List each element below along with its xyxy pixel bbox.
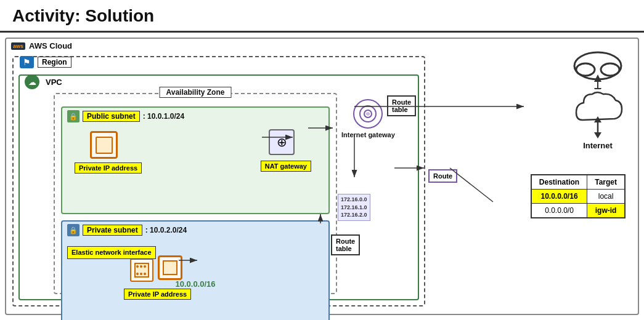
igw-inner	[359, 105, 377, 122]
eni-icon	[130, 258, 153, 282]
main-area: aws AWS Cloud ⚑ Region ☁ VPC Ava	[0, 33, 644, 320]
vpc-icon: ☁	[25, 74, 39, 89]
az-label: Availability Zone	[160, 87, 232, 98]
route-target-2: igw-id	[587, 204, 625, 218]
igw-icon	[353, 99, 383, 129]
eni-wrapper	[130, 258, 153, 282]
private-ip-label-2-box: Private IP address	[124, 288, 191, 299]
title-bar: Activity: Solution	[0, 0, 644, 33]
private-subnet-cidr: : 10.0.2.0/24	[145, 226, 187, 234]
route-table-top-label: Route table	[387, 95, 416, 116]
region-text: Region	[38, 57, 71, 68]
private-ip-label-2: Private IP address	[124, 289, 191, 300]
route-label: Route	[428, 169, 457, 183]
route-ips-display: 172.16.0.0 172.16.1.0 172.16.2.0	[338, 194, 370, 221]
route-data-table: Destination Target 10.0.0.0/16 local 0.0…	[531, 174, 626, 218]
page-title: Activity: Solution	[12, 6, 632, 26]
vpc-box: ☁ VPC Availability Zone 🔒 Public subnet …	[18, 74, 419, 300]
eni-label: Elastic network interface	[67, 246, 156, 259]
route-table-header-dest: Destination	[531, 175, 587, 190]
route-table-bottom-label: Route table	[331, 234, 360, 255]
region-label: ⚑ Region	[20, 56, 71, 68]
ec2-chip-inner	[96, 137, 113, 154]
route-dest-1: 10.0.0.0/16	[531, 190, 587, 204]
vpc-label: ☁ VPC	[25, 74, 65, 89]
internet-section: Internet	[570, 46, 626, 150]
route-table-header-target: Target	[587, 175, 625, 190]
igw-symbol	[363, 109, 373, 119]
page-container: Activity: Solution aws AWS Cloud ⚑ Regio…	[0, 0, 644, 320]
private-subnet: 🔒 Private subnet : 10.0.2.0/24	[61, 220, 330, 320]
aws-cloud-label: AWS Cloud	[29, 41, 72, 50]
az-box: Availability Zone 🔒 Public subnet : 10.0…	[54, 93, 337, 294]
ec2-private-wrapper	[158, 255, 182, 280]
aws-cloud-box: aws AWS Cloud ⚑ Region ☁ VPC Ava	[5, 38, 639, 315]
vpc-cidr-label: 10.0.0.0/16	[175, 278, 215, 289]
ec2-chip-icon	[90, 131, 118, 159]
internet-cloud-arrows	[570, 89, 626, 138]
route-dest-2: 0.0.0.0/0	[531, 204, 587, 218]
route-ips-box: 172.16.0.0 172.16.1.0 172.16.2.0	[338, 194, 370, 221]
nat-gateway-label-box: NAT gateway	[261, 160, 311, 171]
route-table-row-1: 10.0.0.0/16 local	[531, 190, 624, 204]
private-ip-label-1: Private IP address	[75, 162, 142, 174]
public-subnet-label: 🔒 Public subnet : 10.0.1.0/24	[67, 110, 184, 122]
route-table-row-2: 0.0.0.0/0 igw-id	[531, 204, 624, 218]
route-target-1: local	[587, 190, 625, 204]
public-subnet-lock-icon: 🔒	[67, 110, 79, 122]
vpc-cidr: 10.0.0.0/16	[175, 279, 215, 289]
public-subnet: 🔒 Public subnet : 10.0.1.0/24	[61, 106, 330, 214]
svg-marker-7	[594, 88, 601, 89]
public-subnet-cidr: : 10.0.1.0/24	[143, 112, 184, 121]
route-ip-2: 172.16.1.0	[341, 204, 367, 212]
region-box: ⚑ Region ☁ VPC Availability Zone	[12, 56, 425, 306]
svg-point-2	[576, 63, 595, 76]
internet-label: Internet	[570, 141, 626, 150]
svg-marker-6	[594, 74, 601, 82]
eni-label-box: Elastic network interface	[67, 246, 156, 259]
public-subnet-name: Public subnet	[83, 111, 140, 122]
ec2-instance	[90, 131, 118, 159]
private-ip-label-1-box: Private IP address	[75, 162, 142, 173]
nat-icon-wrapper: ⊕	[269, 129, 295, 155]
ec2-private-icon	[158, 255, 182, 280]
vpc-text: VPC	[43, 77, 65, 87]
private-subnet-name: Private subnet	[83, 225, 142, 236]
aws-badge: aws	[11, 42, 25, 50]
private-subnet-lock-icon: 🔒	[67, 224, 79, 236]
route-ip-1: 172.16.0.0	[341, 196, 367, 204]
private-subnet-label: 🔒 Private subnet : 10.0.2.0/24	[67, 224, 187, 236]
igw-label: Internet gateway	[341, 131, 395, 138]
route-ip-3: 172.16.2.0	[341, 211, 367, 219]
nat-gateway-label: NAT gateway	[261, 161, 311, 172]
nat-gateway-icon: ⊕	[269, 129, 295, 155]
aws-header: aws AWS Cloud	[6, 39, 638, 53]
region-flag-icon: ⚑	[20, 56, 34, 68]
svg-marker-10	[594, 132, 601, 138]
internet-cloud-icon	[570, 46, 626, 89]
svg-point-3	[601, 63, 619, 76]
